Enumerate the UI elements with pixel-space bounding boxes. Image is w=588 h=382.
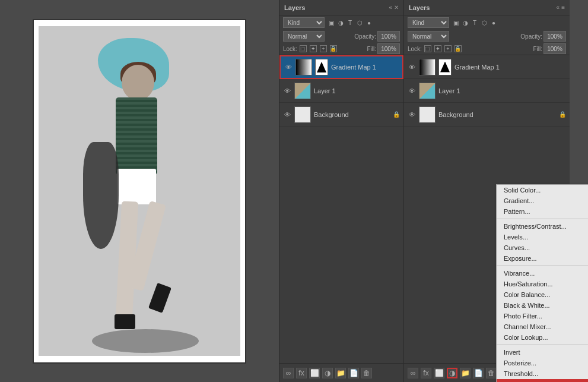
menu-right-icon[interactable]: ≡ xyxy=(561,4,565,11)
right-opacity-label: Opacity: xyxy=(520,33,542,40)
right-fill-input[interactable]: 100% xyxy=(543,43,566,54)
menu-color-lookup[interactable]: Color Lookup... xyxy=(497,332,588,343)
left-opacity-input[interactable]: 100% xyxy=(377,31,400,42)
left-mask-icon[interactable]: ⬜ xyxy=(309,368,320,378)
menu-exposure[interactable]: Exposure... xyxy=(497,253,588,264)
collapse-right-icon[interactable]: « xyxy=(557,4,560,11)
menu-invert[interactable]: Invert xyxy=(497,347,588,358)
menu-threshold[interactable]: Threshold... xyxy=(497,368,588,379)
menu-channel-mixer[interactable]: Channel Mixer... xyxy=(497,321,588,332)
menu-sep-1 xyxy=(497,219,588,219)
right-mask-icon[interactable]: ⬜ xyxy=(434,368,444,378)
right-fill-label: Fill: xyxy=(533,46,542,52)
left-layer-background[interactable]: 👁 Background 🔒 xyxy=(279,103,403,127)
left-eye-gradient-map[interactable]: 👁 xyxy=(284,63,293,71)
right-lock-all-icon[interactable]: 🔒 xyxy=(454,45,462,52)
right-eye-layer1[interactable]: 👁 xyxy=(408,87,416,95)
right-kind-row: Kind ▣ ◑ T ⬡ ● xyxy=(404,15,570,30)
right-adjustment-filter-icon[interactable]: ◑ xyxy=(461,18,469,27)
right-kind-dropdown[interactable]: Kind xyxy=(408,17,449,28)
menu-curves[interactable]: Curves... xyxy=(497,242,588,253)
smart-filter-icon[interactable]: ● xyxy=(365,18,373,27)
menu-levels[interactable]: Levels... xyxy=(497,232,588,242)
left-bg-thumb xyxy=(294,106,311,123)
left-panel-collapse[interactable]: « ✕ xyxy=(389,4,399,11)
left-delete-icon[interactable]: 🗑 xyxy=(361,368,372,378)
collapse-left-icon[interactable]: « xyxy=(389,4,392,11)
menu-black-white[interactable]: Black & White... xyxy=(497,300,588,311)
right-lock-pixels-icon[interactable]: ⬚ xyxy=(424,45,431,52)
right-panel-collapse[interactable]: « ≡ xyxy=(557,4,565,11)
menu-solid-color[interactable]: Solid Color... xyxy=(497,185,588,195)
left-blend-dropdown[interactable]: Normal xyxy=(283,31,325,42)
left-kind-dropdown[interactable]: Kind xyxy=(283,17,325,28)
lock-all-icon[interactable]: 🔒 xyxy=(330,45,337,52)
left-fill-input[interactable]: 100% xyxy=(377,43,400,54)
left-fill-label: Fill: xyxy=(367,46,376,52)
right-adjustment-icon[interactable]: ◑ xyxy=(447,368,457,378)
right-filter-icons: ▣ ◑ T ⬡ ● xyxy=(452,18,498,27)
pixel-filter-icon[interactable]: ▣ xyxy=(327,18,335,27)
menu-vibrance[interactable]: Vibrance... xyxy=(497,268,588,279)
lock-artboard-icon[interactable]: + xyxy=(320,45,327,52)
close-left-icon[interactable]: ✕ xyxy=(394,4,399,11)
right-blend-dropdown[interactable]: Normal xyxy=(408,31,449,42)
left-layer-1[interactable]: 👁 Layer 1 xyxy=(279,79,403,103)
left-eye-background[interactable]: 👁 xyxy=(283,111,291,119)
left-fx-icon[interactable]: fx xyxy=(296,368,307,378)
lock-pixels-icon[interactable]: ⬚ xyxy=(300,45,307,52)
right-layer-background[interactable]: 👁 Background 🔒 xyxy=(404,103,570,127)
canvas-image xyxy=(39,26,240,356)
left-layer1-thumb xyxy=(294,83,311,99)
menu-gradient[interactable]: Gradient... xyxy=(497,195,588,206)
menu-pattern[interactable]: Pattern... xyxy=(497,206,588,217)
left-folder-icon[interactable]: 📁 xyxy=(335,368,346,378)
left-layer-gradient-map[interactable]: 👁 Gradient Map 1 xyxy=(279,55,403,79)
type-filter-icon[interactable]: T xyxy=(346,18,354,27)
left-eye-layer1[interactable]: 👁 xyxy=(283,87,291,95)
left-bg-name: Background xyxy=(314,111,390,118)
right-layer1-name: Layer 1 xyxy=(438,87,566,94)
right-layer-gradient-map[interactable]: 👁 Gradient Map 1 xyxy=(404,55,570,79)
right-gradient-mask-thumb xyxy=(438,59,452,75)
left-lock-label: Lock: xyxy=(283,46,297,52)
left-opacity-label: Opacity: xyxy=(354,33,376,40)
menu-posterize[interactable]: Posterize... xyxy=(497,358,588,368)
right-eye-gradient-map[interactable]: 👁 xyxy=(408,63,416,71)
left-layers-footer: ∞ fx ⬜ ◑ 📁 📄 🗑 xyxy=(279,363,403,382)
right-blend-row: Normal Opacity: 100% xyxy=(404,30,570,43)
menu-brightness-contrast[interactable]: Brightness/Contrast... xyxy=(497,221,588,232)
left-gradient-map-name: Gradient Map 1 xyxy=(331,64,399,71)
right-smart-filter-icon[interactable]: ● xyxy=(490,18,498,27)
left-new-layer-icon[interactable]: 📄 xyxy=(348,368,359,378)
lock-position-icon[interactable]: ✦ xyxy=(310,45,317,52)
right-fx-icon[interactable]: fx xyxy=(421,368,431,378)
adjustment-dropdown-menu: Solid Color... Gradient... Pattern... Br… xyxy=(496,184,588,382)
right-layer-1[interactable]: 👁 Layer 1 xyxy=(404,79,570,103)
left-layers-list: 👁 Gradient Map 1 👁 Layer 1 👁 Background xyxy=(279,55,403,363)
right-lock-artboard-icon[interactable]: + xyxy=(444,45,452,52)
adjustment-filter-icon[interactable]: ◑ xyxy=(336,18,345,27)
left-lock-row: Lock: ⬚ ✦ + 🔒 Fill: 100% xyxy=(279,43,403,55)
right-new-layer-icon[interactable]: 📄 xyxy=(473,368,484,378)
right-type-filter-icon[interactable]: T xyxy=(471,18,479,27)
right-shape-filter-icon[interactable]: ⬡ xyxy=(480,18,488,27)
menu-color-balance[interactable]: Color Balance... xyxy=(497,289,588,300)
shape-filter-icon[interactable]: ⬡ xyxy=(355,18,364,27)
menu-gradient-map[interactable]: Gradient Map... xyxy=(497,379,588,382)
shoe-left xyxy=(115,314,135,329)
menu-photo-filter[interactable]: Photo Filter... xyxy=(497,311,588,321)
ground-shadow xyxy=(92,329,199,353)
left-panel-header: Layers « ✕ xyxy=(279,0,403,15)
menu-hue-saturation[interactable]: Hue/Saturation... xyxy=(497,279,588,289)
right-fill-group: Fill: 100% xyxy=(533,43,566,54)
right-link-icon[interactable]: ∞ xyxy=(408,368,418,378)
right-opacity-input[interactable]: 100% xyxy=(543,31,566,42)
right-folder-icon[interactable]: 📁 xyxy=(460,368,471,378)
right-pixel-filter-icon[interactable]: ▣ xyxy=(452,18,460,27)
left-link-icon[interactable]: ∞ xyxy=(283,368,294,378)
right-eye-background[interactable]: 👁 xyxy=(408,111,416,119)
left-adjustment-icon[interactable]: ◑ xyxy=(322,368,333,378)
right-delete-icon[interactable]: 🗑 xyxy=(486,368,497,378)
right-lock-position-icon[interactable]: ✦ xyxy=(434,45,441,52)
